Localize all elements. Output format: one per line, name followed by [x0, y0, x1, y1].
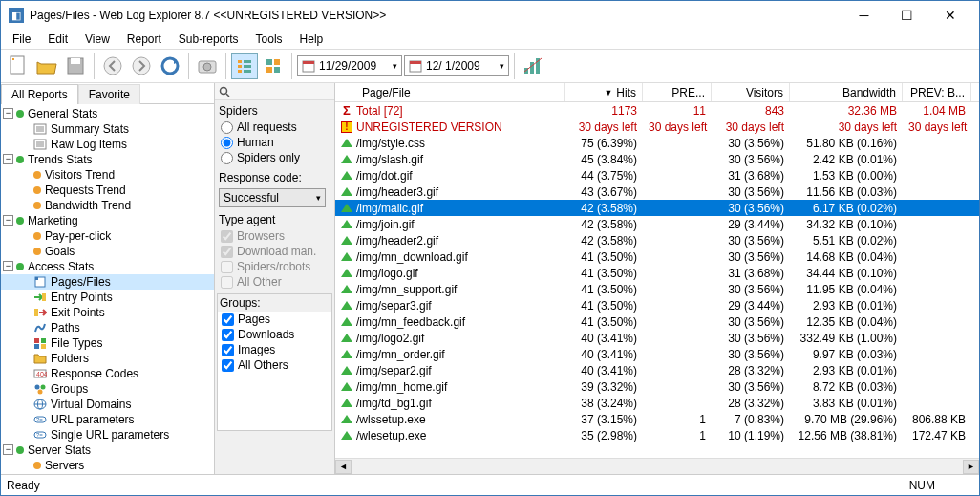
radio-spiders-only[interactable]: Spiders only	[217, 150, 332, 165]
table-row[interactable]: /img/logo2.gif40 (3.41%)30 (3.56%)332.49…	[335, 330, 979, 346]
tree-pages-files[interactable]: Pages/Files	[1, 274, 214, 290]
tree-trends-stats[interactable]: Trends Stats	[1, 152, 214, 167]
menu-subreports[interactable]: Sub-reports	[171, 31, 246, 48]
tree-server-stats[interactable]: Server Stats	[1, 442, 214, 458]
table-row[interactable]: /img/mn_order.gif40 (3.41%)30 (3.56%)9.9…	[335, 346, 979, 362]
table-row[interactable]: !UNREGISTERED VERSION30 days left30 days…	[335, 119, 979, 135]
response-label: Response code:	[217, 169, 332, 186]
menu-report[interactable]: Report	[119, 31, 169, 48]
toolbar: 11/29/2009▾ 12/ 1/2009▾	[1, 49, 979, 83]
table-row[interactable]: /img/join.gif42 (3.58%)29 (3.44%)34.32 K…	[335, 216, 979, 232]
chk-pages[interactable]: Pages	[218, 312, 331, 327]
radio-all-requests[interactable]: All requests	[217, 119, 332, 135]
table-row[interactable]: /img/header3.gif43 (3.67%)30 (3.56%)11.5…	[335, 183, 979, 200]
minimize-button[interactable]: ─	[842, 2, 885, 29]
table-row[interactable]: /img/dot.gif44 (3.75%)31 (3.68%)1.53 KB …	[335, 167, 979, 183]
col-bandwidth[interactable]: Bandwidth	[790, 83, 903, 101]
report-tree[interactable]: General StatsSummary StatsRaw Log ItemsT…	[1, 104, 214, 474]
tree-virtual-domains[interactable]: Virtual Domains	[1, 397, 214, 412]
svg-rect-39	[34, 344, 39, 349]
chk-spiders-robots[interactable]: Spiders/robots	[217, 259, 332, 274]
camera-button[interactable]	[194, 53, 221, 79]
maximize-button[interactable]: ☐	[885, 2, 928, 29]
tree-file-types[interactable]: File Types	[1, 335, 214, 351]
menu-file[interactable]: File	[5, 31, 38, 48]
table-row[interactable]: /img/mn_feedback.gif41 (3.50%)30 (3.56%)…	[335, 313, 979, 330]
col-visitors[interactable]: Visitors	[712, 83, 790, 101]
radio-human[interactable]: Human	[217, 135, 332, 150]
menu-help[interactable]: Help	[292, 31, 331, 48]
table-row[interactable]: /img/slash.gif45 (3.84%)30 (3.56%)2.42 K…	[335, 151, 979, 167]
view-grid-button[interactable]	[260, 53, 287, 79]
filter-header	[215, 83, 334, 100]
close-button[interactable]: ✕	[928, 2, 971, 29]
col-hits[interactable]: ▼Hits	[565, 83, 643, 101]
open-button[interactable]	[33, 53, 60, 79]
table-row[interactable]: /img/mn_support.gif41 (3.50%)30 (3.56%)1…	[335, 281, 979, 297]
tab-all-reports[interactable]: All Reports	[1, 84, 78, 104]
svg-rect-16	[274, 59, 280, 65]
tab-favorite[interactable]: Favorite	[78, 84, 140, 104]
new-button[interactable]	[5, 53, 32, 79]
tree-marketing[interactable]: Marketing	[1, 213, 214, 228]
tree-servers[interactable]: Servers	[1, 458, 214, 473]
table-row[interactable]: /img/mn_download.gif41 (3.50%)30 (3.56%)…	[335, 248, 979, 265]
table-row[interactable]: /img/logo.gif41 (3.50%)31 (3.68%)34.44 K…	[335, 265, 979, 281]
tree-folders[interactable]: Folders	[1, 351, 214, 366]
svg-point-44	[41, 385, 46, 390]
col-prevb[interactable]: PREV: B...	[903, 83, 971, 101]
menu-edit[interactable]: Edit	[40, 31, 75, 48]
date-to[interactable]: 12/ 1/2009▾	[404, 55, 509, 76]
chk-download-man[interactable]: Download man.	[217, 244, 332, 259]
response-combo[interactable]: Successful▾	[219, 188, 326, 207]
table-row[interactable]: ΣTotal [72]11731184332.36 MB1.04 MB	[335, 102, 979, 119]
save-button[interactable]	[62, 53, 89, 79]
forward-button[interactable]	[128, 53, 155, 79]
grid-header[interactable]: Page/File ▼Hits PRE... Visitors Bandwidt…	[335, 83, 979, 102]
tree-exit-points[interactable]: Exit Points	[1, 305, 214, 320]
table-row[interactable]: /img/mn_home.gif39 (3.32%)30 (3.56%)8.72…	[335, 378, 979, 395]
col-pagefile[interactable]: Page/File	[335, 83, 565, 101]
tree-general-stats[interactable]: General Stats	[1, 106, 214, 121]
chk-browsers[interactable]: Browsers	[217, 228, 332, 244]
back-button[interactable]	[99, 53, 126, 79]
table-row[interactable]: /img/separ2.gif40 (3.41%)28 (3.32%)2.93 …	[335, 362, 979, 378]
tree-raw-log-items[interactable]: Raw Log Items	[1, 137, 214, 152]
tree-goals[interactable]: Goals	[1, 244, 214, 259]
menu-tools[interactable]: Tools	[248, 31, 290, 48]
tree-groups[interactable]: Groups	[1, 381, 214, 397]
table-row[interactable]: /wlesetup.exe35 (2.98%)110 (1.19%)12.56 …	[335, 427, 979, 443]
table-row[interactable]: /img/mailc.gif42 (3.58%)30 (3.56%)6.17 K…	[335, 200, 979, 216]
chk-images[interactable]: Images	[218, 342, 331, 357]
menu-view[interactable]: View	[77, 31, 117, 48]
table-row[interactable]: /img/style.css75 (6.39%)30 (3.56%)51.80 …	[335, 135, 979, 151]
tree-access-stats[interactable]: Access Stats	[1, 259, 214, 274]
tree-url-parameters[interactable]: ?=URL parameters	[1, 412, 214, 427]
chk-all-others[interactable]: All Others	[218, 357, 331, 373]
col-pre[interactable]: PRE...	[643, 83, 712, 101]
typeagent-label: Type agent	[217, 211, 332, 228]
window-title: Pages/Files - Web Log Explorer 8.7 <<UNR…	[30, 9, 842, 22]
tree-response-codes[interactable]: 404Response Codes	[1, 366, 214, 381]
tree-entry-points[interactable]: Entry Points	[1, 290, 214, 305]
table-row[interactable]: /img/td_bg1.gif38 (3.24%)28 (3.32%)3.83 …	[335, 395, 979, 411]
tree-visitors-trend[interactable]: Visitors Trend	[1, 167, 214, 183]
table-row[interactable]: /wlssetup.exe37 (3.15%)17 (0.83%)9.70 MB…	[335, 411, 979, 427]
date-from[interactable]: 11/29/2009▾	[297, 55, 402, 76]
tree-bandwidth-trend[interactable]: Bandwidth Trend	[1, 198, 214, 213]
chk-all-other[interactable]: All Other	[217, 274, 332, 290]
horizontal-scrollbar[interactable]: ◄►	[335, 458, 979, 474]
chk-downloads[interactable]: Downloads	[218, 327, 331, 342]
table-row[interactable]: /img/separ3.gif41 (3.50%)29 (3.44%)2.93 …	[335, 297, 979, 313]
svg-rect-36	[34, 309, 38, 316]
refresh-button[interactable]	[157, 53, 183, 79]
grid-body[interactable]: ΣTotal [72]11731184332.36 MB1.04 MB!UNRE…	[335, 102, 979, 458]
table-row[interactable]: /img/header2.gif42 (3.58%)30 (3.56%)5.51…	[335, 232, 979, 248]
tree-requests-trend[interactable]: Requests Trend	[1, 183, 214, 198]
view-list-button[interactable]	[231, 53, 258, 79]
chart-button[interactable]	[520, 53, 546, 79]
tree-summary-stats[interactable]: Summary Stats	[1, 121, 214, 137]
tree-pay-per-click[interactable]: Pay-per-click	[1, 228, 214, 244]
tree-paths[interactable]: Paths	[1, 320, 214, 335]
tree-single-url-parameters[interactable]: ?=Single URL parameters	[1, 427, 214, 442]
